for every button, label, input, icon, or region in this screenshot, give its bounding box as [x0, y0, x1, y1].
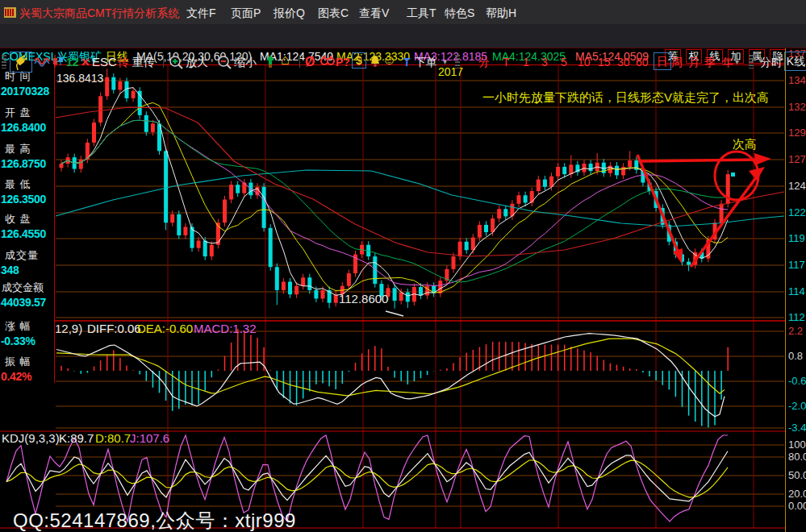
toolbar: 12 ✕ ESC 传 重传 放大 缩小 ⌂ Ø P? $ ☺ T 下单 ▾ 分T…: [0, 24, 806, 48]
candle-body: [164, 151, 168, 222]
toolbar-grip-icon[interactable]: [2, 55, 6, 69]
macd-value: MACD:1.32: [194, 322, 257, 335]
retransmit-button[interactable]: 重传: [132, 54, 155, 70]
twelve-button[interactable]: 12: [66, 54, 79, 70]
connect-button[interactable]: [10, 52, 32, 73]
info-label: 开 盘: [5, 106, 31, 120]
toolbar-grip-icon[interactable]: [749, 55, 754, 69]
place-order-button[interactable]: 下单: [415, 54, 437, 70]
period-button-15[interactable]: 15: [598, 54, 611, 70]
info-value: 0.42%: [1, 370, 31, 383]
period-button-月[interactable]: 月: [688, 54, 700, 70]
growth-arrow-icon[interactable]: [264, 54, 277, 70]
smiley-icon[interactable]: ☺: [382, 52, 396, 69]
binoculars-icon[interactable]: [320, 54, 335, 70]
candle-body: [262, 187, 266, 228]
close-x-button[interactable]: ✕: [81, 54, 90, 70]
kdj-title[interactable]: KDJ(9,3,3): [2, 432, 60, 445]
high-price-label: 136.8413: [56, 72, 104, 85]
kline-view-button[interactable]: K线: [784, 52, 806, 71]
home-icon[interactable]: ⌂: [281, 52, 290, 68]
period-button-60[interactable]: 60: [636, 54, 649, 70]
period-button-10[interactable]: 10: [578, 54, 591, 70]
candle-body: [478, 225, 482, 238]
candle-body: [170, 214, 174, 222]
macd-param-label[interactable]: 12,9): [55, 322, 82, 335]
candle-body: [132, 91, 136, 98]
kdj-axis-label: 50.0: [788, 470, 806, 481]
candle-body: [92, 123, 96, 143]
pq-button[interactable]: P?: [336, 54, 350, 70]
period-button-年[interactable]: 年: [722, 54, 733, 70]
price-axis-label: 122: [788, 207, 806, 218]
order-t-icon[interactable]: T: [403, 54, 411, 70]
kline-chart-button[interactable]: [52, 54, 63, 70]
toolbar-grip-icon[interactable]: [455, 55, 460, 69]
candle-body: [406, 293, 410, 302]
candle-body: [399, 293, 403, 301]
macd-axis-label: 0.8: [788, 351, 803, 362]
chevron-down-icon[interactable]: ▾: [735, 54, 739, 70]
menu-查看V[interactable]: 查看V: [359, 5, 389, 21]
kdj-k-value: K:89.7: [59, 432, 94, 445]
macd-axis-label: -0.6: [788, 376, 806, 387]
chuan-button[interactable]: 传: [118, 54, 129, 70]
price-axis-label: 117: [788, 260, 805, 271]
menu-报价Q[interactable]: 报价Q: [274, 5, 305, 21]
period-button-T[interactable]: T: [503, 54, 510, 70]
candle-body: [497, 209, 501, 218]
macd-dea-value: DEA:-0.60: [137, 322, 193, 335]
period-button-日[interactable]: 日: [654, 52, 671, 70]
period-button-30[interactable]: 30: [617, 54, 630, 70]
candle-body: [269, 228, 273, 267]
kdj-axis-label: 100: [788, 439, 806, 451]
macd-axis-label: -3.4: [788, 422, 806, 434]
candle-body: [484, 225, 488, 232]
price-axis[interactable]: 1371341321291271241221191171141122.20.8-…: [785, 48, 806, 532]
price-axis-label: 124: [788, 181, 806, 192]
candle-body: [301, 277, 305, 285]
period-button-季[interactable]: 季: [704, 54, 716, 70]
menu-图表C[interactable]: 图表C: [318, 5, 349, 21]
candle-body: [419, 287, 423, 295]
zoom-in-icon[interactable]: [168, 54, 184, 70]
period-button-分[interactable]: 分: [478, 54, 490, 70]
candle-body: [471, 238, 475, 251]
info-value: 20170328: [1, 85, 49, 98]
tick-chart-button[interactable]: [34, 54, 50, 70]
period-button-1[interactable]: 1: [523, 54, 529, 70]
app-logo-icon: [3, 6, 17, 23]
dollar-icon[interactable]: $: [352, 52, 366, 69]
kdj-j-value: J:107.6: [130, 432, 169, 445]
plug-icon: [10, 52, 30, 70]
minute-view-button[interactable]: 分时: [760, 54, 783, 70]
chevron-down-icon[interactable]: ▾: [443, 54, 447, 70]
info-value: 44039.57: [1, 296, 46, 309]
phone-icon[interactable]: Ø: [305, 54, 315, 70]
bell-icon[interactable]: [369, 54, 382, 70]
menu-工具T[interactable]: 工具T: [407, 5, 436, 21]
zoom-out-icon[interactable]: [216, 54, 232, 70]
menu-页面P[interactable]: 页面P: [231, 5, 261, 21]
price-axis-label: 127: [788, 154, 806, 165]
candle-body: [321, 290, 325, 298]
window-title: 兴蜀大宗商品CMT行情分析系统: [19, 5, 179, 21]
zoom-out-button[interactable]: 缩小: [234, 54, 257, 70]
chart-canvas[interactable]: 136.84132017一小时先放量下跌的话，日线形态V就走完了，出次高次高11…: [0, 0, 806, 532]
candle-body: [615, 166, 619, 176]
menu-特色S[interactable]: 特色S: [445, 5, 474, 21]
menu-文件F[interactable]: 文件F: [186, 5, 216, 21]
menu-帮助H[interactable]: 帮助H: [486, 5, 516, 21]
esc-button[interactable]: ESC: [92, 54, 117, 70]
period-button-5[interactable]: 5: [561, 54, 567, 70]
candle-body: [465, 242, 469, 250]
macd-axis-label: 2.2: [788, 326, 803, 337]
d-line: [6, 460, 728, 497]
info-label: 最 高: [5, 142, 31, 156]
candle-body: [687, 262, 691, 265]
info-value: 126.4550: [1, 227, 46, 240]
period-button-周[interactable]: 周: [671, 54, 683, 70]
period-button-3[interactable]: 3: [541, 54, 548, 70]
zoom-in-button[interactable]: 放大: [186, 54, 208, 70]
candle-body: [524, 195, 528, 202]
